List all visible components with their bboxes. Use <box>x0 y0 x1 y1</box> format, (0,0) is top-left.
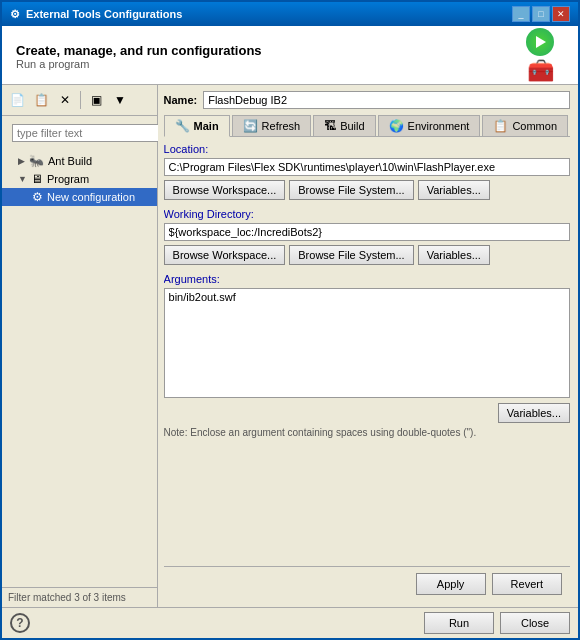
program-arrow: ▼ <box>18 174 27 184</box>
location-input[interactable] <box>164 158 570 176</box>
ant-build-icon: 🐜 <box>29 154 44 168</box>
right-panel: Name: 🔧 Main 🔄 Refresh 🏗 Build 🌍 <box>158 85 578 607</box>
arguments-textarea[interactable] <box>164 288 570 398</box>
copy-config-button[interactable]: 📋 <box>30 89 52 111</box>
variables-3-row: Variables... <box>164 403 570 423</box>
close-window-button[interactable]: ✕ <box>552 6 570 22</box>
titlebar: ⚙ External Tools Configurations _ □ ✕ <box>2 2 578 26</box>
build-tab-icon: 🏗 <box>324 119 336 133</box>
panel-body: Location: Browse Workspace... Browse Fil… <box>164 143 570 566</box>
more-button[interactable]: ▼ <box>109 89 131 111</box>
play-triangle <box>536 36 546 48</box>
ant-build-arrow: ▶ <box>18 156 25 166</box>
main-tab-icon: 🔧 <box>175 119 190 133</box>
environment-tab-icon: 🌍 <box>389 119 404 133</box>
name-row: Name: <box>164 91 570 109</box>
location-btn-row: Browse Workspace... Browse File System..… <box>164 180 570 200</box>
location-input-row <box>164 158 570 176</box>
new-config-button[interactable]: 📄 <box>6 89 28 111</box>
footer: ? Run Close <box>2 607 578 638</box>
working-dir-btn-row: Browse Workspace... Browse File System..… <box>164 245 570 265</box>
working-dir-input[interactable] <box>164 223 570 241</box>
tab-environment[interactable]: 🌍 Environment <box>378 115 481 136</box>
run-icon <box>526 28 554 56</box>
collapse-button[interactable]: ▣ <box>85 89 107 111</box>
program-icon: 🖥 <box>31 172 43 186</box>
close-button[interactable]: Close <box>500 612 570 634</box>
browse-filesystem-1-button[interactable]: Browse File System... <box>289 180 413 200</box>
common-tab-icon: 📋 <box>493 119 508 133</box>
minimize-button[interactable]: _ <box>512 6 530 22</box>
filter-area <box>2 116 157 150</box>
environment-tab-label: Environment <box>408 120 470 132</box>
variables-2-button[interactable]: Variables... <box>418 245 490 265</box>
titlebar-left: ⚙ External Tools Configurations <box>10 8 182 21</box>
toolbox-icon: 🧰 <box>527 58 554 84</box>
titlebar-icon: ⚙ <box>10 8 20 21</box>
maximize-button[interactable]: □ <box>532 6 550 22</box>
header-section: Create, manage, and run configurations R… <box>2 26 578 85</box>
header-title: Create, manage, and run configurations <box>16 43 262 58</box>
location-label: Location: <box>164 143 570 155</box>
filter-status-text: Filter matched 3 of 3 items <box>8 592 126 603</box>
run-button[interactable]: Run <box>424 612 494 634</box>
toolbar-separator <box>80 91 81 109</box>
browse-filesystem-2-button[interactable]: Browse File System... <box>289 245 413 265</box>
browse-workspace-2-button[interactable]: Browse Workspace... <box>164 245 286 265</box>
location-section: Location: Browse Workspace... Browse Fil… <box>164 143 570 200</box>
refresh-tab-icon: 🔄 <box>243 119 258 133</box>
common-tab-label: Common <box>512 120 557 132</box>
browse-workspace-1-button[interactable]: Browse Workspace... <box>164 180 286 200</box>
tree-item-new-config[interactable]: ⚙ New configuration <box>2 188 157 206</box>
ant-build-label: Ant Build <box>48 155 92 167</box>
tab-build[interactable]: 🏗 Build <box>313 115 375 136</box>
working-dir-input-row <box>164 223 570 241</box>
program-label: Program <box>47 173 89 185</box>
config-tree: ▶ 🐜 Ant Build ▼ 🖥 Program ⚙ New configur… <box>2 150 157 587</box>
variables-3-button[interactable]: Variables... <box>498 403 570 423</box>
build-tab-label: Build <box>340 120 364 132</box>
external-tools-window: ⚙ External Tools Configurations _ □ ✕ Cr… <box>0 0 580 640</box>
apply-revert-row: Apply Revert <box>164 566 570 601</box>
note-text: Note: Enclose an argument containing spa… <box>164 427 570 438</box>
help-button[interactable]: ? <box>10 613 30 633</box>
working-dir-section: Working Directory: Browse Workspace... B… <box>164 208 570 265</box>
refresh-tab-label: Refresh <box>262 120 301 132</box>
header-icon: 🧰 <box>516 36 564 76</box>
main-tab-label: Main <box>194 120 219 132</box>
tab-refresh[interactable]: 🔄 Refresh <box>232 115 312 136</box>
new-config-icon: ⚙ <box>32 190 43 204</box>
arguments-container <box>164 288 570 400</box>
name-label: Name: <box>164 94 198 106</box>
header-subtitle: Run a program <box>16 58 262 70</box>
working-dir-label: Working Directory: <box>164 208 570 220</box>
titlebar-controls: _ □ ✕ <box>512 6 570 22</box>
main-content: 📄 📋 ✕ ▣ ▼ ▶ 🐜 Ant Build ▼ 🖥 <box>2 85 578 607</box>
filter-status: Filter matched 3 of 3 items <box>2 587 157 607</box>
left-panel: 📄 📋 ✕ ▣ ▼ ▶ 🐜 Ant Build ▼ 🖥 <box>2 85 158 607</box>
arguments-section: Arguments: Variables... Note: Enclose an… <box>164 273 570 438</box>
name-input[interactable] <box>203 91 570 109</box>
tree-item-program[interactable]: ▼ 🖥 Program <box>2 170 157 188</box>
tabs: 🔧 Main 🔄 Refresh 🏗 Build 🌍 Environment 📋 <box>164 115 570 137</box>
left-toolbar: 📄 📋 ✕ ▣ ▼ <box>2 85 157 116</box>
arguments-label: Arguments: <box>164 273 570 285</box>
titlebar-title: External Tools Configurations <box>26 8 182 20</box>
run-close-buttons: Run Close <box>424 612 570 634</box>
revert-button[interactable]: Revert <box>492 573 562 595</box>
new-config-label: New configuration <box>47 191 135 203</box>
apply-button[interactable]: Apply <box>416 573 486 595</box>
tab-main[interactable]: 🔧 Main <box>164 115 230 137</box>
header-text: Create, manage, and run configurations R… <box>16 43 262 70</box>
filter-input[interactable] <box>12 124 159 142</box>
tab-common[interactable]: 📋 Common <box>482 115 568 136</box>
delete-config-button[interactable]: ✕ <box>54 89 76 111</box>
tree-item-ant-build[interactable]: ▶ 🐜 Ant Build <box>2 152 157 170</box>
variables-1-button[interactable]: Variables... <box>418 180 490 200</box>
